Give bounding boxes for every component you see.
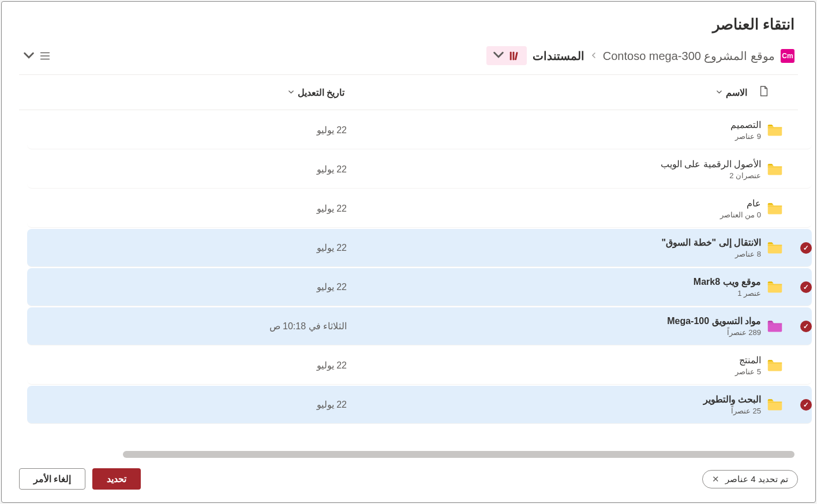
row-type-icon (761, 201, 783, 217)
folder-icon (767, 240, 783, 254)
item-name: عام (353, 198, 761, 209)
item-modified-date: 22 يوليو (53, 203, 353, 214)
chevron-left-icon (590, 51, 597, 61)
view-options-button[interactable] (23, 49, 51, 63)
footer-actions: إلغاء الأمر تحديد (19, 468, 141, 490)
chevron-down-icon (23, 49, 35, 63)
row-type-icon (761, 397, 783, 413)
item-meta: عنصر 1 (353, 289, 761, 298)
chevron-down-icon (288, 89, 294, 96)
selection-count-pill[interactable]: تم تحديد 4 عناصر ✕ (702, 470, 798, 488)
site-badge-icon: Cm (781, 49, 794, 63)
breadcrumb-current: المستندات (533, 49, 584, 63)
library-switcher[interactable] (486, 46, 527, 65)
item-name: البحث والتطوير (353, 394, 761, 405)
column-header-name[interactable]: الاسم (344, 87, 747, 98)
folder-icon (767, 397, 783, 411)
item-name: موقع ويب Mark8 (353, 276, 761, 287)
row-name-cell: البحث والتطوير 25 عنصراً (353, 394, 761, 415)
picker-dialog: انتقاء العناصر Cm موقع المشروع Contoso m… (1, 1, 816, 503)
table-row[interactable]: عام 0 من العناصر 22 يوليو (27, 190, 812, 228)
list-view-icon (39, 50, 51, 62)
item-meta: 8 عناصر (353, 250, 761, 258)
item-modified-date: 22 يوليو (53, 281, 353, 292)
item-name: التصميم (353, 119, 761, 130)
item-meta: 0 من العناصر (353, 210, 761, 219)
item-modified-date: الثلاثاء في 10:18 ص (53, 321, 353, 332)
folder-icon (767, 161, 783, 175)
table-row[interactable]: التصميم 9 عناصر 22 يوليو (27, 111, 812, 149)
item-meta: 9 عناصر (353, 132, 761, 141)
column-header-modified[interactable]: تاريخ التعديل (44, 87, 344, 98)
column-headers: الاسم تاريخ التعديل (19, 74, 798, 110)
row-checkbox[interactable] (800, 281, 812, 293)
row-name-cell: التصميم 9 عناصر (353, 119, 761, 141)
row-checkbox[interactable] (800, 125, 812, 136)
row-type-icon (761, 318, 783, 334)
row-type-icon (761, 161, 783, 178)
folder-icon (767, 122, 783, 136)
dialog-title: انتقاء العناصر (2, 2, 815, 40)
row-type-icon (761, 240, 783, 256)
table-row[interactable]: الأصول الرقمية على الويب عنصران 2 22 يول… (27, 151, 812, 189)
item-modified-date: 22 يوليو (53, 125, 353, 136)
item-modified-date: 22 يوليو (53, 242, 353, 253)
table-row[interactable]: البحث والتطوير 25 عنصراً 22 يوليو (27, 386, 812, 424)
folder-icon (767, 201, 783, 215)
row-checkbox[interactable] (800, 242, 812, 254)
item-meta: 25 عنصراً (353, 407, 761, 415)
table-row[interactable]: المنتج 5 عناصر 22 يوليو (27, 347, 812, 385)
breadcrumb: Cm موقع المشروع Contoso mega-300 المستند… (486, 46, 794, 65)
row-checkbox[interactable] (800, 399, 812, 411)
row-type-icon (761, 358, 783, 374)
horizontal-scrollbar[interactable] (123, 451, 794, 458)
scrollbar-thumb[interactable] (123, 451, 794, 458)
folder-icon (767, 358, 783, 371)
item-name: المنتج (353, 355, 761, 366)
cancel-button[interactable]: إلغاء الأمر (19, 468, 85, 490)
row-name-cell: موقع ويب Mark8 عنصر 1 (353, 276, 761, 298)
row-name-cell: الأصول الرقمية على الويب عنصران 2 (353, 159, 761, 180)
file-list[interactable]: التصميم 9 عناصر 22 يوليو الأصول الرقمية … (19, 110, 812, 450)
selection-count-text: تم تحديد 4 عناصر (725, 474, 788, 484)
library-icon (508, 50, 521, 62)
select-button[interactable]: تحديد (92, 468, 141, 490)
row-checkbox[interactable] (800, 203, 812, 215)
item-modified-date: 22 يوليو (53, 360, 353, 371)
table-row[interactable]: موقع ويب Mark8 عنصر 1 22 يوليو (27, 268, 812, 306)
item-name: الأصول الرقمية على الويب (353, 159, 761, 170)
row-name-cell: المنتج 5 عناصر (353, 355, 761, 376)
chevron-down-icon (716, 89, 722, 96)
svg-rect-2 (515, 51, 518, 60)
item-modified-date: 22 يوليو (53, 164, 353, 175)
breadcrumb-row: Cm موقع المشروع Contoso mega-300 المستند… (2, 40, 815, 74)
item-meta: عنصران 2 (353, 171, 761, 180)
column-header-modified-label: تاريخ التعديل (298, 87, 344, 98)
row-name-cell: عام 0 من العناصر (353, 198, 761, 219)
row-type-icon (761, 279, 783, 295)
table-row[interactable]: مواد التسويق Mega-100 289 عنصراً الثلاثا… (27, 307, 812, 345)
row-checkbox[interactable] (800, 164, 812, 175)
row-type-icon (761, 122, 783, 138)
item-name: مواد التسويق Mega-100 (353, 315, 761, 326)
row-checkbox[interactable] (800, 321, 812, 332)
folder-icon (767, 279, 783, 293)
chevron-down-icon (492, 48, 505, 63)
item-meta: 289 عنصراً (353, 328, 761, 337)
row-checkbox[interactable] (800, 360, 812, 371)
clear-selection-icon[interactable]: ✕ (712, 474, 719, 484)
file-type-column-icon[interactable] (747, 85, 769, 99)
item-modified-date: 22 يوليو (53, 399, 353, 410)
row-name-cell: الانتقال إلى "خطة السوق" 8 عناصر (353, 237, 761, 258)
svg-rect-1 (512, 51, 514, 60)
item-name: الانتقال إلى "خطة السوق" (353, 237, 761, 248)
dialog-footer: تم تحديد 4 عناصر ✕ إلغاء الأمر تحديد (2, 458, 815, 502)
folder-icon (767, 318, 783, 332)
item-meta: 5 عناصر (353, 367, 761, 376)
table-row[interactable]: الانتقال إلى "خطة السوق" 8 عناصر 22 يولي… (27, 229, 812, 267)
column-header-name-label: الاسم (726, 87, 747, 98)
row-name-cell: مواد التسويق Mega-100 289 عنصراً (353, 315, 761, 337)
breadcrumb-site-link[interactable]: موقع المشروع Contoso mega-300 (603, 49, 775, 63)
svg-rect-0 (510, 51, 512, 60)
